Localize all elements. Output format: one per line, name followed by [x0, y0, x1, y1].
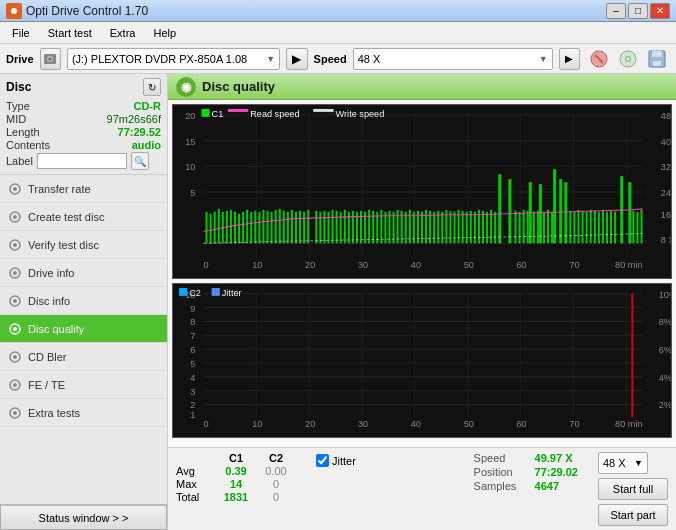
disc-length-value: 77:29.52: [118, 126, 161, 138]
disc-contents-value: audio: [132, 139, 161, 151]
svg-rect-75: [246, 210, 248, 244]
disc-type-label: Type: [6, 100, 30, 112]
svg-point-16: [13, 215, 17, 219]
maximize-button[interactable]: □: [628, 3, 648, 19]
svg-rect-161: [598, 212, 600, 244]
svg-text:20: 20: [305, 260, 315, 270]
svg-rect-158: [586, 212, 588, 244]
svg-rect-148: [527, 211, 529, 244]
svg-rect-156: [577, 210, 579, 244]
transfer-rate-icon: [8, 182, 22, 196]
disc-length-label: Length: [6, 126, 40, 138]
sidebar-item-create-test-disc[interactable]: Create test disc: [0, 203, 167, 231]
max-c1: 14: [216, 478, 256, 490]
svg-rect-31: [173, 105, 671, 278]
disc-mid-row: MID 97m26s66f: [6, 113, 161, 125]
svg-rect-120: [397, 210, 399, 244]
close-button[interactable]: ✕: [650, 3, 670, 19]
svg-text:70: 70: [569, 419, 579, 429]
disc-length-row: Length 77:29.52: [6, 126, 161, 138]
stats-bar: C1 C2 Avg 0.39 0.00 Max 14 0 Total 1831 …: [168, 447, 676, 530]
sidebar-item-extra-tests[interactable]: Extra tests: [0, 399, 167, 427]
disc-label-input[interactable]: [37, 153, 127, 169]
save-icon[interactable]: [644, 46, 670, 72]
svg-rect-67: [214, 212, 216, 244]
drive-label: Drive: [6, 53, 34, 65]
speed-value: 48 X: [358, 53, 381, 65]
start-part-button[interactable]: Start part: [598, 504, 668, 526]
sidebar-item-label: Verify test disc: [28, 239, 99, 251]
row-label-avg: Avg: [176, 465, 216, 477]
disc-label-icon[interactable]: 🔍: [131, 152, 149, 170]
menu-file[interactable]: File: [4, 25, 38, 41]
sidebar-item-label: CD Bler: [28, 351, 67, 363]
svg-point-1: [11, 8, 17, 14]
speed-apply-button[interactable]: ▶: [559, 48, 580, 70]
max-c2: 0: [256, 478, 296, 490]
start-full-button[interactable]: Start full: [598, 478, 668, 500]
jitter-checkbox[interactable]: [316, 454, 329, 467]
svg-text:80 min: 80 min: [615, 260, 642, 270]
svg-text:20: 20: [305, 419, 315, 429]
speed-selector[interactable]: 48 X ▼: [353, 48, 553, 70]
speed-dropdown-arrow: ▼: [539, 54, 548, 64]
svg-rect-95: [553, 169, 556, 243]
menu-help[interactable]: Help: [145, 25, 184, 41]
samples-stat-value: 4647: [535, 480, 559, 492]
svg-text:C2: C2: [189, 288, 201, 298]
sidebar-item-transfer-rate[interactable]: Transfer rate: [0, 175, 167, 203]
disc-refresh-button[interactable]: ↻: [143, 78, 161, 96]
disc-mid-label: MID: [6, 113, 26, 125]
svg-rect-150: [537, 211, 539, 244]
svg-point-30: [13, 411, 17, 415]
sidebar-item-disc-quality[interactable]: Disc quality: [0, 315, 167, 343]
svg-rect-101: [319, 212, 321, 244]
svg-rect-157: [582, 211, 584, 244]
sidebar-item-drive-info[interactable]: Drive info: [0, 259, 167, 287]
svg-text:30: 30: [358, 260, 368, 270]
svg-rect-86: [291, 210, 293, 244]
svg-rect-142: [486, 212, 488, 244]
drive-selector[interactable]: (J:) PLEXTOR DVDR PX-850A 1.08 ▼: [67, 48, 280, 70]
sidebar-item-cd-bler[interactable]: CD Bler: [0, 343, 167, 371]
svg-point-14: [13, 187, 17, 191]
svg-text:0: 0: [203, 260, 208, 270]
svg-rect-166: [632, 211, 634, 244]
disc-icon[interactable]: [615, 46, 641, 72]
status-window-button[interactable]: Status window > >: [0, 504, 167, 530]
svg-text:8: 8: [190, 318, 195, 328]
app-title: Opti Drive Control 1.70: [26, 4, 148, 18]
erase-icon[interactable]: [586, 46, 612, 72]
svg-rect-12: [653, 61, 661, 66]
svg-rect-104: [332, 210, 334, 244]
drive-icon: [40, 48, 61, 70]
drive-info-icon: [8, 266, 22, 280]
minimize-button[interactable]: –: [606, 3, 626, 19]
menu-bar: File Start test Extra Help: [0, 22, 676, 44]
svg-text:2: 2: [190, 400, 195, 410]
svg-text:50: 50: [464, 260, 474, 270]
jitter-checkbox-row: Jitter: [316, 454, 356, 467]
verify-test-icon: [8, 238, 22, 252]
menu-extra[interactable]: Extra: [102, 25, 144, 41]
drive-next-button[interactable]: ▶: [286, 48, 307, 70]
svg-text:30: 30: [358, 419, 368, 429]
sidebar-item-fe-te[interactable]: FE / TE: [0, 371, 167, 399]
menu-start-test[interactable]: Start test: [40, 25, 100, 41]
svg-rect-79: [262, 210, 264, 244]
speed-test-dropdown[interactable]: 48 X ▼: [598, 452, 648, 474]
svg-rect-144: [494, 212, 496, 244]
svg-rect-134: [454, 212, 456, 244]
sidebar-item-verify-test-disc[interactable]: Verify test disc: [0, 231, 167, 259]
svg-text:Read speed: Read speed: [250, 109, 299, 119]
svg-text:60: 60: [517, 260, 527, 270]
row-label-total: Total: [176, 491, 216, 503]
svg-point-20: [13, 271, 17, 275]
disc-header: Disc ↻: [6, 78, 161, 96]
svg-text:4: 4: [190, 373, 195, 383]
svg-rect-84: [283, 211, 285, 244]
svg-rect-111: [360, 211, 362, 244]
svg-rect-103: [327, 212, 329, 244]
svg-point-28: [13, 383, 17, 387]
sidebar-item-disc-info[interactable]: Disc info: [0, 287, 167, 315]
